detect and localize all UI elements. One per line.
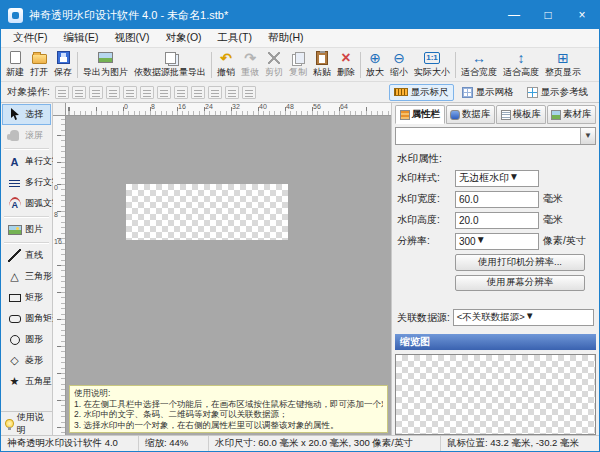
same-height-icon[interactable] xyxy=(208,86,222,99)
paste-button[interactable]: 粘贴 xyxy=(310,49,334,81)
save-button[interactable]: 保存 xyxy=(51,49,75,81)
chevron-down-icon: ▼ xyxy=(509,171,519,186)
align-top-icon[interactable] xyxy=(106,86,120,99)
send-back-icon[interactable] xyxy=(242,86,256,99)
maximize-button[interactable]: □ xyxy=(531,1,565,29)
guides-icon xyxy=(527,87,538,98)
object-operations-bar: 对象操作: 显示标尺 显示网格 显示参考线 xyxy=(1,82,599,103)
thumbnail-preview xyxy=(395,354,596,435)
tools-panel: 选择 滚屏 单行文字 多行文字 圆弧文字 图片 直线 三角形 矩形 圆角矩形 圆… xyxy=(1,103,53,435)
tool-group-separator xyxy=(4,242,49,243)
tool-star[interactable]: 五角星 xyxy=(2,371,51,392)
tool-circle[interactable]: 圆形 xyxy=(2,329,51,350)
panel-tabs: 属性栏 数据库 模板库 素材库 xyxy=(395,105,596,124)
tool-rounded-rect[interactable]: 圆角矩形 xyxy=(2,308,51,329)
actual-size-button[interactable]: 实际大小 xyxy=(411,49,453,81)
align-right-icon[interactable] xyxy=(89,86,103,99)
width-row: 水印宽度: 60.0 毫米 xyxy=(397,191,594,208)
align-vcenter-icon[interactable] xyxy=(123,86,137,99)
datasource-select[interactable]: <不关联数据源>▼ xyxy=(453,309,594,326)
usage-info-title: 使用说明: xyxy=(74,388,383,399)
status-mouse-position: 鼠标位置: 43.2 毫米, -30.2 毫米 xyxy=(441,436,599,451)
undo-button[interactable]: 撤销 xyxy=(214,49,238,81)
tool-pan[interactable]: 滚屏 xyxy=(2,125,51,146)
triangle-icon xyxy=(7,270,22,283)
tool-diamond[interactable]: 菱形 xyxy=(2,350,51,371)
menu-help[interactable]: 帮助(H) xyxy=(260,29,312,47)
menu-object[interactable]: 对象(O) xyxy=(157,29,209,47)
fit-width-button[interactable]: 适合宽度 xyxy=(458,49,500,81)
multi-line-text-icon xyxy=(9,178,20,187)
tab-database[interactable]: 数据库 xyxy=(446,105,496,124)
tab-templates[interactable]: 模板库 xyxy=(496,105,546,124)
width-unit: 毫米 xyxy=(543,192,563,206)
close-button[interactable]: × xyxy=(565,1,599,29)
align-bottom-icon[interactable] xyxy=(140,86,154,99)
height-input[interactable]: 20.0 xyxy=(455,212,539,229)
circle-icon xyxy=(10,335,20,345)
dpi-select[interactable]: 300▼ xyxy=(455,233,539,250)
tab-properties[interactable]: 属性栏 xyxy=(395,105,445,124)
menu-file[interactable]: 文件(F) xyxy=(5,29,55,47)
lightbulb-icon xyxy=(5,419,14,428)
chevron-down-icon: ▼ xyxy=(580,128,595,144)
export-image-icon xyxy=(98,52,113,63)
batch-export-icon xyxy=(165,52,176,64)
open-button[interactable]: 打开 xyxy=(27,49,51,81)
tool-single-line-text[interactable]: 单行文字 xyxy=(2,151,51,172)
use-screen-dpi-button[interactable]: 使用屏幕分辨率 xyxy=(455,275,585,292)
align-left-icon[interactable] xyxy=(55,86,69,99)
ruler-corner xyxy=(53,103,66,116)
minimize-button[interactable]: — xyxy=(497,1,531,29)
toolbar-separator xyxy=(360,52,361,78)
status-app-name: 神奇透明水印设计软件 4.0 xyxy=(1,436,139,451)
watermark-object[interactable] xyxy=(126,184,288,240)
zoom-out-button[interactable]: 缩小 xyxy=(387,49,411,81)
show-grid-toggle[interactable]: 显示网格 xyxy=(457,84,519,101)
redo-button[interactable]: 重做 xyxy=(238,49,262,81)
width-input[interactable]: 60.0 xyxy=(455,191,539,208)
h-ruler-number: 40 xyxy=(259,103,267,110)
batch-export-button[interactable]: 依数据源批量导出 xyxy=(131,49,209,81)
zoom-in-button[interactable]: 放大 xyxy=(363,49,387,81)
height-row: 水印高度: 20.0 毫米 xyxy=(397,212,594,229)
dpi-unit: 像素/英寸 xyxy=(543,234,586,248)
design-canvas[interactable]: 使用说明: 1. 在左侧工具栏中选择一个功能后，在画布区域按住鼠标左键拖动，即可… xyxy=(66,116,391,435)
new-button[interactable]: 新建 xyxy=(3,49,27,81)
show-guides-toggle[interactable]: 显示参考线 xyxy=(522,84,594,101)
tool-image[interactable]: 图片 xyxy=(2,219,51,240)
show-ruler-toggle[interactable]: 显示标尺 xyxy=(389,84,454,101)
same-width-icon[interactable] xyxy=(191,86,205,99)
distribute-v-icon[interactable] xyxy=(174,86,188,99)
toolbar-separator xyxy=(77,52,78,78)
bring-front-icon[interactable] xyxy=(225,86,239,99)
style-select[interactable]: 无边框水印▼ xyxy=(455,170,539,187)
paste-icon xyxy=(316,51,328,65)
cut-button[interactable]: 剪切 xyxy=(262,49,286,81)
tool-rectangle[interactable]: 矩形 xyxy=(2,287,51,308)
tool-multi-line-text[interactable]: 多行文字 xyxy=(2,172,51,193)
menubar: 文件(F) 编辑(E) 视图(V) 对象(O) 工具(T) 帮助(H) xyxy=(1,29,599,48)
tab-materials[interactable]: 素材库 xyxy=(547,105,597,124)
tool-arc-text[interactable]: 圆弧文字 xyxy=(2,193,51,214)
tool-select[interactable]: 选择 xyxy=(2,104,51,125)
style-label: 水印样式: xyxy=(397,171,455,185)
dpi-label: 分辨率: xyxy=(397,234,455,248)
tool-triangle[interactable]: 三角形 xyxy=(2,266,51,287)
copy-button[interactable]: 复制 xyxy=(286,49,310,81)
object-operations-label: 对象操作: xyxy=(7,85,50,99)
menu-edit[interactable]: 编辑(E) xyxy=(55,29,106,47)
object-selector-combobox[interactable]: ▼ xyxy=(395,127,596,145)
distribute-h-icon[interactable] xyxy=(157,86,171,99)
fit-page-button[interactable]: 整页显示 xyxy=(542,49,584,81)
menu-view[interactable]: 视图(V) xyxy=(106,29,157,47)
help-button[interactable]: 使用说明 xyxy=(1,411,52,435)
fit-height-button[interactable]: 适合高度 xyxy=(500,49,542,81)
align-hcenter-icon[interactable] xyxy=(72,86,86,99)
export-image-button[interactable]: 导出为图片 xyxy=(80,49,131,81)
menu-tools[interactable]: 工具(T) xyxy=(210,29,260,47)
use-printer-dpi-button[interactable]: 使用打印机分辨率... xyxy=(455,254,585,271)
diamond-icon xyxy=(7,354,22,367)
tool-line[interactable]: 直线 xyxy=(2,245,51,266)
delete-button[interactable]: 删除 xyxy=(334,49,358,81)
